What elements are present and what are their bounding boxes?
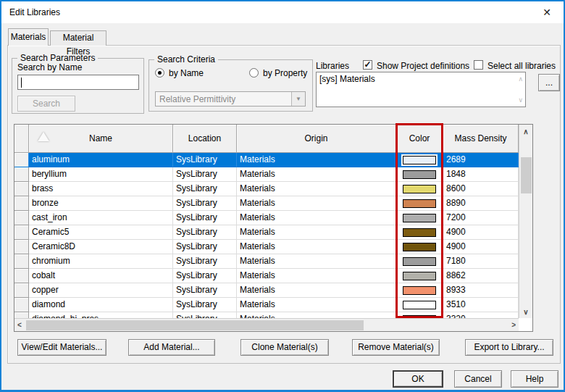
- radio-by-property-label[interactable]: by Property: [263, 68, 307, 78]
- table-row[interactable]: Ceramic5SysLibraryMaterials4900: [14, 225, 519, 240]
- radio-by-name[interactable]: [155, 68, 164, 78]
- show-project-definitions-checkbox[interactable]: ✓: [363, 60, 372, 70]
- material-location-cell: SysLibrary: [173, 196, 237, 211]
- view-edit-materials-button[interactable]: View/Edit Materials...: [17, 339, 106, 356]
- close-icon[interactable]: ✕: [540, 6, 553, 19]
- ok-button[interactable]: OK: [393, 370, 443, 388]
- material-color-cell: [396, 298, 443, 312]
- material-origin-cell: Materials: [237, 182, 396, 196]
- material-origin-cell: Materials: [237, 312, 396, 318]
- material-name-cell: bronze: [29, 196, 173, 211]
- help-button[interactable]: Help: [511, 370, 558, 388]
- material-location-cell: SysLibrary: [173, 225, 237, 240]
- scroll-down-icon[interactable]: ∨: [519, 308, 532, 316]
- color-swatch[interactable]: [403, 185, 436, 193]
- select-all-libraries-label[interactable]: Select all libraries: [487, 61, 556, 71]
- row-selector-cell[interactable]: [14, 196, 29, 211]
- material-color-cell: [396, 182, 443, 196]
- search-button[interactable]: Search: [17, 96, 75, 112]
- color-swatch[interactable]: [403, 199, 436, 208]
- row-selector-cell[interactable]: [14, 298, 29, 312]
- material-color-cell: [396, 254, 443, 269]
- scroll-up-icon[interactable]: ∧: [518, 75, 523, 83]
- show-project-definitions-label[interactable]: Show Project definitions: [377, 61, 469, 71]
- radio-by-name-label[interactable]: by Name: [169, 68, 204, 78]
- scroll-up-icon[interactable]: ∧: [519, 128, 532, 135]
- radio-by-property[interactable]: [249, 68, 259, 78]
- color-swatch[interactable]: [403, 272, 436, 280]
- row-selector-cell[interactable]: [14, 240, 29, 254]
- clone-materials-button[interactable]: Clone Material(s): [240, 339, 329, 356]
- color-swatch[interactable]: [403, 243, 436, 251]
- scroll-down-icon[interactable]: ∨: [518, 96, 523, 104]
- table-row[interactable]: copperSysLibraryMaterials8933: [14, 283, 519, 298]
- select-all-libraries-checkbox[interactable]: [474, 60, 483, 70]
- row-selector-cell[interactable]: [14, 182, 29, 196]
- column-header-location[interactable]: Location: [173, 125, 237, 153]
- row-selector-cell[interactable]: [14, 312, 29, 318]
- cancel-button[interactable]: Cancel: [454, 370, 502, 388]
- column-header-name[interactable]: Name: [29, 125, 173, 153]
- export-to-library-button[interactable]: Export to Library...: [465, 339, 553, 356]
- row-selector-cell[interactable]: [14, 211, 29, 225]
- color-swatch[interactable]: [403, 301, 436, 309]
- remove-materials-button[interactable]: Remove Material(s): [352, 339, 440, 356]
- table-row[interactable]: berylliumSysLibraryMaterials1848: [14, 167, 519, 182]
- table-row[interactable]: diamond_hi_presSysLibraryMaterials3320: [14, 312, 519, 318]
- scroll-right-icon[interactable]: >: [511, 321, 516, 329]
- material-location-cell: SysLibrary: [173, 153, 237, 167]
- table-row[interactable]: cobaltSysLibraryMaterials8862: [14, 269, 519, 283]
- table-row[interactable]: brassSysLibraryMaterials8600: [14, 182, 519, 196]
- chevron-down-icon[interactable]: ▼: [291, 92, 305, 106]
- row-selector-cell[interactable]: [14, 283, 29, 298]
- row-selector-cell[interactable]: [14, 225, 29, 240]
- material-mass-density-cell: 4900: [443, 225, 519, 240]
- table-row[interactable]: chromiumSysLibraryMaterials7180: [14, 254, 519, 269]
- row-selector-cell[interactable]: [14, 254, 29, 269]
- material-mass-density-cell: 2689: [443, 153, 519, 167]
- table-row[interactable]: diamondSysLibraryMaterials3510: [14, 298, 519, 312]
- row-selector-cell[interactable]: [14, 153, 29, 167]
- column-header-origin[interactable]: Origin: [237, 125, 396, 153]
- browse-libraries-button[interactable]: ...: [538, 74, 560, 91]
- horizontal-scrollbar-thumb[interactable]: [26, 320, 364, 330]
- row-selector-cell[interactable]: [14, 167, 29, 182]
- color-swatch[interactable]: [403, 156, 436, 164]
- table-row[interactable]: cast_ironSysLibraryMaterials7200: [14, 211, 519, 225]
- tab-materials[interactable]: Materials: [8, 28, 49, 46]
- property-select[interactable]: Relative Permittivity ▼: [155, 91, 306, 107]
- search-name-input[interactable]: [17, 75, 139, 90]
- material-mass-density-cell: 8862: [443, 269, 519, 283]
- material-name-cell: cast_iron: [29, 211, 173, 225]
- table-row[interactable]: aluminumSysLibraryMaterials2689: [14, 153, 519, 167]
- title-bar[interactable]: Edit Libraries ✕: [1, 1, 564, 23]
- material-color-cell: [396, 167, 443, 182]
- library-item[interactable]: [sys] Materials: [317, 72, 525, 86]
- grid-body: aluminumSysLibraryMaterials2689beryllium…: [14, 153, 519, 318]
- vertical-scrollbar-thumb[interactable]: [521, 157, 532, 193]
- scroll-left-icon[interactable]: <: [17, 321, 22, 329]
- window-title: Edit Libraries: [9, 7, 60, 17]
- row-selector-cell[interactable]: [14, 269, 29, 283]
- color-swatch[interactable]: [403, 286, 436, 295]
- table-row[interactable]: bronzeSysLibraryMaterials8890: [14, 196, 519, 211]
- vertical-scrollbar[interactable]: ∧ ∨: [519, 125, 532, 318]
- table-row[interactable]: Ceramic8DSysLibraryMaterials4900: [14, 240, 519, 254]
- material-location-cell: SysLibrary: [173, 298, 237, 312]
- libraries-listbox[interactable]: [sys] Materials ∧ ∨: [316, 72, 526, 107]
- color-swatch[interactable]: [403, 170, 436, 179]
- color-swatch[interactable]: [403, 228, 436, 237]
- column-header-mass-density[interactable]: Mass Density: [443, 125, 519, 153]
- add-material-button[interactable]: Add Material...: [128, 339, 215, 356]
- tab-material-filters[interactable]: Material Filters: [50, 30, 106, 46]
- material-name-cell: diamond_hi_pres: [29, 312, 173, 318]
- material-mass-density-cell: 7180: [443, 254, 519, 269]
- column-header-color[interactable]: Color: [396, 125, 443, 153]
- color-swatch[interactable]: [403, 257, 436, 266]
- material-location-cell: SysLibrary: [173, 254, 237, 269]
- horizontal-scrollbar[interactable]: < >: [14, 318, 519, 331]
- color-swatch[interactable]: [403, 214, 436, 222]
- search-by-name-label: Search by Name: [17, 62, 82, 72]
- material-mass-density-cell: 8890: [443, 196, 519, 211]
- material-origin-cell: Materials: [237, 153, 396, 167]
